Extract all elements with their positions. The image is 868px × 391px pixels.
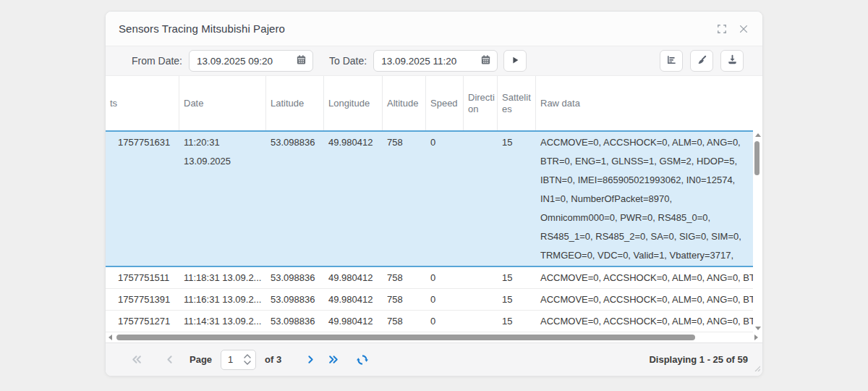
column-header-longitude[interactable]: Longitude xyxy=(324,76,383,130)
play-icon xyxy=(510,55,520,67)
clear-button[interactable] xyxy=(690,50,713,72)
cell-time-line: 11:20:31 xyxy=(184,133,262,152)
from-date-label: From Date: xyxy=(132,55,182,67)
column-header-altitude[interactable]: Altitude xyxy=(383,76,426,130)
from-date-value: 13.09.2025 09:20 xyxy=(197,56,273,67)
displaying-status: Displaying 1 - 25 of 59 xyxy=(649,354,748,365)
cell-speed: 0 xyxy=(426,132,464,266)
table-row[interactable]: 1757751391 11:16:31 13.09.2... 53.098836… xyxy=(106,289,753,311)
cell-satellites: 15 xyxy=(498,132,536,266)
column-header-satellites[interactable]: Sattelit es xyxy=(498,76,536,130)
cell-raw-data: ACCMOVE=0, ACCSHOCK=0, ALM=0, ANG=0, BT.… xyxy=(536,311,753,332)
scroll-up-icon[interactable] xyxy=(755,133,761,137)
vertical-scrollbar-thumb[interactable] xyxy=(754,141,760,175)
cell-altitude: 758 xyxy=(383,132,426,266)
maximize-icon[interactable] xyxy=(716,23,728,35)
to-date-value: 13.09.2025 11:20 xyxy=(381,56,456,67)
cell-speed: 0 xyxy=(426,311,464,332)
cell-date: 11:18:31 13.09.2... xyxy=(179,267,266,288)
spinner-up-icon[interactable] xyxy=(244,354,251,358)
page-number-value: 1 xyxy=(221,354,242,365)
cell-direction xyxy=(464,267,498,288)
cell-satellites: 15 xyxy=(498,267,536,288)
cell-altitude: 758 xyxy=(383,289,426,310)
cell-direction xyxy=(464,289,498,310)
cell-latitude: 53.098836 xyxy=(266,132,324,266)
column-header-ts[interactable]: ts xyxy=(106,76,179,130)
bar-chart-icon xyxy=(666,54,677,67)
spinner-down-icon[interactable] xyxy=(244,361,251,365)
cell-speed: 0 xyxy=(426,267,464,288)
cell-speed: 0 xyxy=(426,289,464,310)
cell-raw-data: ACCMOVE=0, ACCSHOCK=0, ALM=0, ANG=0, BTR… xyxy=(536,132,753,266)
titlebar: Sensors Tracing Mitsubishi Pajero xyxy=(106,12,762,46)
cell-ts: 1757751511 xyxy=(106,267,179,288)
scroll-down-icon[interactable] xyxy=(755,327,761,330)
from-date-input[interactable]: 13.09.2025 09:20 xyxy=(189,50,313,72)
column-header-direction[interactable]: Directi on xyxy=(464,76,498,130)
page-count-label: of 3 xyxy=(265,354,281,365)
sensor-grid: ts Date Latitude Longitude Altitude Spee… xyxy=(106,76,762,342)
filter-toolbar: From Date: 13.09.2025 09:20 To Date: 13.… xyxy=(106,46,762,76)
cell-satellites: 15 xyxy=(498,311,536,332)
to-date-label: To Date: xyxy=(329,55,367,67)
cell-raw-data: ACCMOVE=0, ACCSHOCK=0, ALM=0, ANG=0, BT.… xyxy=(536,289,753,310)
cell-longitude: 49.980412 xyxy=(324,267,383,288)
cell-ts: 1757751271 xyxy=(106,311,179,332)
cell-altitude: 758 xyxy=(383,311,426,332)
column-header-raw-data[interactable]: Raw data xyxy=(536,76,753,130)
scroll-right-icon[interactable] xyxy=(754,335,758,340)
calendar-icon[interactable] xyxy=(480,54,491,67)
page-number-input[interactable]: 1 xyxy=(221,350,256,370)
cell-latitude: 53.098836 xyxy=(266,289,324,310)
cell-raw-data: ACCMOVE=0, ACCSHOCK=0, ALM=0, ANG=0, BT.… xyxy=(536,267,753,288)
column-header-speed[interactable]: Speed xyxy=(426,76,464,130)
column-header-date[interactable]: Date xyxy=(179,76,266,130)
cell-direction xyxy=(464,132,498,266)
cell-date: 11:16:31 13.09.2... xyxy=(179,289,266,310)
resize-handle-icon[interactable] xyxy=(753,363,760,374)
table-row[interactable]: 1757751511 11:18:31 13.09.2... 53.098836… xyxy=(106,267,753,289)
grid-body: 1757751631 11:20:31 13.09.2025 53.098836… xyxy=(106,130,762,332)
first-page-icon[interactable] xyxy=(130,354,142,366)
last-page-icon[interactable] xyxy=(328,354,339,366)
cell-longitude: 49.980412 xyxy=(324,289,383,310)
pagination-bar: Page 1 of 3 Displa xyxy=(106,342,762,376)
cell-ts: 1757751391 xyxy=(106,289,179,310)
horizontal-scrollbar[interactable] xyxy=(106,332,762,342)
cell-direction xyxy=(464,311,498,332)
next-page-icon[interactable] xyxy=(305,354,316,366)
grid-header: ts Date Latitude Longitude Altitude Spee… xyxy=(106,76,762,130)
window-title: Sensors Tracing Mitsubishi Pajero xyxy=(119,22,716,35)
to-date-input[interactable]: 13.09.2025 11:20 xyxy=(373,50,498,72)
table-row[interactable]: 1757751631 11:20:31 13.09.2025 53.098836… xyxy=(106,130,753,267)
refresh-icon[interactable] xyxy=(357,354,368,366)
column-header-latitude[interactable]: Latitude xyxy=(266,76,324,130)
calendar-icon[interactable] xyxy=(296,54,307,67)
chart-button[interactable] xyxy=(660,50,683,72)
horizontal-scrollbar-thumb[interactable] xyxy=(116,335,695,340)
sensors-tracing-window: Sensors Tracing Mitsubishi Pajero From D… xyxy=(105,11,763,377)
cell-ts: 1757751631 xyxy=(106,132,179,266)
cell-date: 11:20:31 13.09.2025 xyxy=(179,132,266,266)
page-label: Page xyxy=(190,354,212,365)
cell-longitude: 49.980412 xyxy=(324,311,383,332)
prev-page-icon[interactable] xyxy=(163,354,175,366)
table-row[interactable]: 1757751271 11:14:31 13.09.2... 53.098836… xyxy=(106,311,753,332)
cell-latitude: 53.098836 xyxy=(266,267,324,288)
cell-longitude: 49.980412 xyxy=(324,132,383,266)
download-icon xyxy=(727,54,738,67)
vertical-scrollbar[interactable] xyxy=(753,133,762,331)
cell-date: 11:14:31 13.09.2... xyxy=(179,311,266,332)
cell-date-line: 13.09.2025 xyxy=(184,152,262,171)
run-query-button[interactable] xyxy=(503,50,527,72)
download-button[interactable] xyxy=(720,50,744,72)
broom-icon xyxy=(697,54,707,67)
cell-altitude: 758 xyxy=(383,267,426,288)
cell-satellites: 15 xyxy=(498,289,536,310)
cell-latitude: 53.098836 xyxy=(266,311,324,332)
close-icon[interactable] xyxy=(738,23,749,35)
scroll-left-icon[interactable] xyxy=(109,335,112,340)
